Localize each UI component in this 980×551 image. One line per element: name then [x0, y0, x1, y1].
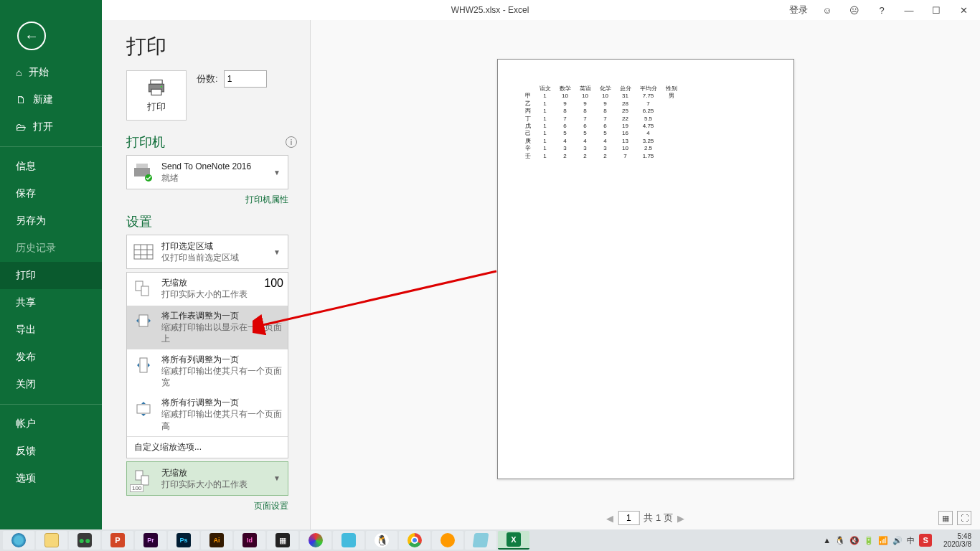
taskbar-app-indesign[interactable]: Id	[234, 531, 265, 550]
taskbar-app-generic3[interactable]	[432, 531, 463, 550]
page-setup-link[interactable]: 页面设置	[126, 500, 288, 512]
nav-save[interactable]: 保存	[0, 180, 102, 207]
taskbar-app-browser[interactable]	[3, 531, 34, 550]
tray-network-icon[interactable]: 📶	[878, 536, 888, 545]
taskbar-app-powerpoint[interactable]: P	[102, 531, 133, 550]
taskbar-app-excel[interactable]: X	[498, 531, 529, 550]
printer-properties-link[interactable]: 打印机属性	[126, 194, 288, 206]
frown-icon[interactable]: ☹	[842, 1, 867, 19]
printer-name: Send To OneNote 2016	[161, 161, 265, 172]
title-filename: WHW25.xlsx	[451, 5, 501, 15]
nav-open[interactable]: 🗁打开	[0, 113, 102, 141]
home-icon: ⌂	[16, 67, 22, 78]
taskbar-app-premiere[interactable]: Pr	[135, 531, 166, 550]
taskbar-app-generic2[interactable]	[333, 531, 364, 550]
preview-page: 语文数学英语化学总分平均分性别甲1101010317.75男乙1999287丙1…	[497, 59, 794, 479]
printer-status-icon	[131, 160, 156, 184]
tray-battery-icon[interactable]: 🔋	[864, 536, 874, 545]
chevron-down-icon: ▼	[270, 169, 283, 176]
taskbar-app-video[interactable]: ▦	[267, 531, 298, 550]
info-icon[interactable]: i	[286, 136, 297, 148]
help-icon[interactable]: ?	[870, 1, 894, 19]
taskbar-app-illustrator[interactable]: Ai	[201, 531, 232, 550]
nav-info[interactable]: 信息	[0, 153, 102, 180]
main-panel: 打印 打印 份数: 打印机 i Send To OneNote 2016 就绪	[102, 20, 980, 529]
page-input[interactable]	[618, 511, 639, 525]
nav-publish[interactable]: 发布	[0, 344, 102, 371]
printer-selector[interactable]: Send To OneNote 2016 就绪 ▼	[126, 155, 288, 189]
nav-divider	[0, 146, 102, 147]
tray-sogou-icon[interactable]: S	[919, 534, 932, 547]
system-tray[interactable]: ▲ 🐧 🔇 🔋 📶 🔊 中 S 5:48 2020/3/8	[823, 532, 977, 548]
login-link[interactable]: 登录	[785, 1, 812, 19]
pager: ◀ 共 1 页 ▶	[606, 511, 684, 525]
taskbar-app-explorer[interactable]	[36, 531, 67, 550]
scale-option-fit-columns[interactable]: 将所有列调整为一页缩减打印输出使其只有一个页面宽	[127, 349, 288, 393]
svg-rect-2	[151, 89, 161, 95]
fit-columns-icon	[131, 354, 156, 378]
copies-input[interactable]	[224, 70, 267, 88]
taskbar-app-wechat[interactable]: ●●	[69, 531, 100, 550]
page-title: 打印	[126, 33, 297, 60]
close-button[interactable]: ✕	[951, 1, 976, 19]
tray-toggle-icon[interactable]: ▲	[823, 536, 831, 545]
svg-rect-15	[140, 358, 147, 372]
smile-icon[interactable]: ☺	[815, 1, 839, 19]
nav-print[interactable]: 打印	[0, 262, 102, 289]
settings-heading: 设置	[126, 213, 152, 230]
taskbar-app-qq[interactable]: 🐧	[366, 531, 397, 550]
nav-share[interactable]: 共享	[0, 289, 102, 316]
open-icon: 🗁	[16, 121, 26, 133]
tray-ime-icon[interactable]: 中	[907, 535, 915, 546]
scale-option-fit-rows[interactable]: 将所有行调整为一页缩减打印输出使其只有一个页面高	[127, 392, 288, 436]
taskbar: ●● P Pr Ps Ai Id ▦ 🐧 X ▲ 🐧 🔇 🔋 📶 🔊 中 S 5…	[0, 529, 980, 551]
nav-saveas[interactable]: 另存为	[0, 207, 102, 235]
titlebar: WHW25.xlsx - Excel 登录 ☺ ☹ ? — ☐ ✕	[0, 0, 980, 20]
show-margins-button[interactable]: ▦	[938, 511, 953, 525]
print-settings-panel: 打印 打印 份数: 打印机 i Send To OneNote 2016 就绪	[102, 20, 310, 529]
svg-point-3	[161, 86, 162, 88]
taskbar-clock[interactable]: 5:48 2020/3/8	[936, 532, 971, 548]
printer-status: 就绪	[161, 172, 265, 184]
scale-custom-option[interactable]: 自定义缩放选项...	[127, 436, 288, 458]
svg-rect-5	[136, 164, 148, 168]
scale-option-none[interactable]: 无缩放打印实际大小的工作表 100	[127, 273, 288, 306]
nav-feedback[interactable]: 反馈	[0, 438, 102, 465]
nav-history: 历史记录	[0, 235, 102, 262]
tray-sound-icon[interactable]: 🔇	[849, 536, 859, 545]
chevron-down-icon: ▼	[270, 474, 283, 482]
nav-account[interactable]: 帐户	[0, 410, 102, 438]
print-preview: 语文数学英语化学总分平均分性别甲1101010317.75男乙1999287丙1…	[310, 20, 980, 529]
minimize-button[interactable]: —	[897, 1, 921, 19]
prev-page-button[interactable]: ◀	[606, 513, 613, 524]
backstage-sidebar: ← ⌂开始 🗋新建 🗁打开 信息 保存 另存为 历史记录 打印 共享 导出 发布…	[0, 0, 102, 529]
chevron-down-icon: ▼	[270, 248, 283, 256]
taskbar-app-photoshop[interactable]: Ps	[168, 531, 199, 550]
taskbar-app-notes[interactable]	[465, 531, 496, 550]
nav-export[interactable]: 导出	[0, 316, 102, 344]
noscale-icon	[131, 277, 156, 301]
scale-option-fit-sheet[interactable]: 将工作表调整为一页缩减打印输出以显示在一个页面上	[127, 306, 288, 349]
print-area-selector[interactable]: 打印选定区域 仅打印当前选定区域 ▼	[126, 235, 288, 269]
nav-options[interactable]: 选项	[0, 465, 102, 492]
scaling-current-selector[interactable]: 无缩放 打印实际大小的工作表 ▼ 100	[126, 461, 288, 496]
preview-table: 语文数学英语化学总分平均分性别甲1101010317.75男乙1999287丙1…	[521, 85, 682, 160]
nav-divider-2	[0, 404, 102, 405]
nav-close[interactable]: 关闭	[0, 371, 102, 398]
tray-volume-icon[interactable]: 🔊	[892, 536, 903, 545]
zoom-to-page-button[interactable]: ⛶	[957, 511, 971, 525]
next-page-button[interactable]: ▶	[677, 513, 684, 524]
nav-new[interactable]: 🗋新建	[0, 86, 102, 113]
title-app: Excel	[508, 5, 529, 15]
svg-rect-14	[139, 315, 148, 326]
nav-home[interactable]: ⌂开始	[0, 59, 102, 86]
taskbar-app-generic1[interactable]	[300, 531, 331, 550]
maximize-button[interactable]: ☐	[924, 1, 948, 19]
tray-qq-icon[interactable]: 🐧	[835, 536, 845, 545]
printer-heading: 打印机	[126, 133, 165, 151]
svg-rect-16	[137, 405, 150, 413]
fit-page-icon	[131, 310, 156, 334]
taskbar-app-chrome[interactable]	[399, 531, 430, 550]
back-button[interactable]: ←	[17, 22, 46, 50]
print-button[interactable]: 打印	[126, 70, 187, 121]
